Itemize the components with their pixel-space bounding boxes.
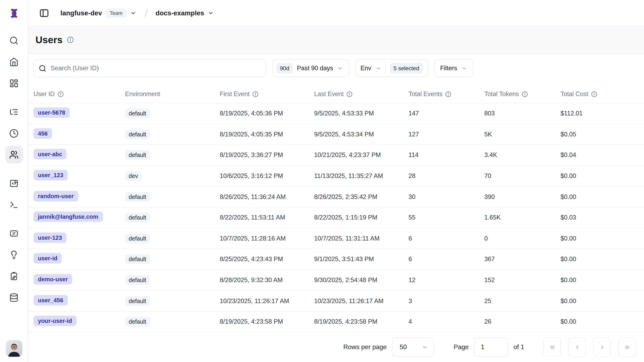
search-input[interactable] <box>50 65 261 72</box>
table-row[interactable]: user-abc default 8/19/2025, 3:36:27 PM 1… <box>28 145 644 166</box>
column-header-total-events[interactable]: Total Events <box>408 90 484 98</box>
environment-cell: default <box>125 192 220 202</box>
user-id-badge[interactable]: random-user <box>34 191 78 201</box>
content-area: 90d Past 90 days Env 5 selected Filters <box>28 54 644 362</box>
user-id-badge[interactable]: jannik@langfuse.com <box>34 212 103 222</box>
user-id-badge[interactable]: user_123 <box>34 170 68 180</box>
chevron-down-icon <box>130 10 136 16</box>
filter-toolbar: 90d Past 90 days Env 5 selected Filters <box>34 59 644 77</box>
total-events-cell: 114 <box>408 152 484 159</box>
previous-page-button[interactable] <box>568 337 586 357</box>
user-id-badge[interactable]: user-5678 <box>34 108 70 118</box>
column-header-total-tokens[interactable]: Total Tokens <box>484 90 560 98</box>
sidebar-item-playground[interactable] <box>5 196 23 213</box>
user-id-badge[interactable]: user-id <box>34 253 62 264</box>
rows-per-page-select[interactable]: 50 <box>392 337 434 357</box>
column-header-first-event[interactable]: First Event <box>220 90 314 98</box>
last-page-button[interactable] <box>618 337 636 357</box>
langfuse-logo[interactable] <box>0 0 28 26</box>
total-tokens-cell: 390 <box>484 193 560 200</box>
column-header-environment[interactable]: Environment <box>125 90 220 98</box>
table-row[interactable]: user-5678 default 8/19/2025, 4:05:36 PM … <box>28 103 644 124</box>
chevron-down-icon <box>375 65 381 71</box>
environment-cell: default <box>125 130 220 139</box>
table-row[interactable]: random-user default 8/26/2025, 11:36:24 … <box>28 187 644 207</box>
rows-per-page-value: 50 <box>400 344 407 351</box>
user-id-cell: random-user <box>34 191 125 203</box>
page-number-input[interactable] <box>474 337 508 357</box>
date-range-button[interactable]: 90d Past 90 days <box>272 59 349 77</box>
sidebar-item-prompts[interactable] <box>5 174 23 192</box>
user-id-badge[interactable]: your-user-id <box>34 315 76 326</box>
info-icon[interactable] <box>522 91 528 97</box>
total-events-cell: 30 <box>408 193 484 200</box>
sidebar-item-users[interactable] <box>5 146 23 163</box>
sidebar-item-sessions[interactable] <box>5 124 23 142</box>
table-row[interactable]: user_123 dev 10/6/2025, 3:16:12 PM 11/13… <box>28 166 644 187</box>
user-id-badge[interactable]: user_456 <box>34 295 68 305</box>
avatar-image <box>6 340 22 357</box>
user-id-badge[interactable]: user-abc <box>34 149 67 160</box>
sidebar-item-tracing[interactable] <box>5 103 23 121</box>
last-event-cell: 10/23/2025, 11:26:17 AM <box>314 297 408 304</box>
last-event-cell: 8/22/2025, 1:15:19 PM <box>314 214 408 221</box>
filters-button[interactable]: Filters <box>434 59 473 77</box>
main-column: langfuse-dev Team docs-examples Users <box>28 0 644 362</box>
total-cost-cell: $0.00 <box>560 318 644 325</box>
info-icon[interactable] <box>346 91 353 97</box>
user-id-badge[interactable]: demo-user <box>34 274 72 284</box>
table-row[interactable]: jannik@langfuse.com default 8/22/2025, 1… <box>28 207 644 228</box>
page-info-icon[interactable] <box>67 36 74 43</box>
user-id-badge[interactable]: 456 <box>34 128 52 139</box>
column-header-user-id[interactable]: User ID <box>34 90 125 98</box>
first-page-button[interactable] <box>543 337 561 357</box>
first-event-cell: 10/6/2025, 3:16:12 PM <box>220 172 314 180</box>
total-tokens-cell: 1.65K <box>484 214 560 221</box>
file-code-icon <box>9 179 18 188</box>
env-filter-button[interactable]: Env 5 selected <box>355 59 428 77</box>
user-id-badge[interactable]: user-123 <box>34 232 66 243</box>
info-icon[interactable] <box>252 91 258 97</box>
info-icon[interactable] <box>446 91 452 97</box>
sidebar-item-dashboards[interactable] <box>5 74 23 92</box>
sidebar-item-datasets[interactable] <box>5 288 23 306</box>
table-row[interactable]: 456 default 8/19/2025, 4:05:35 PM 9/5/20… <box>28 124 644 145</box>
user-id-cell: demo-user <box>34 274 125 286</box>
info-icon[interactable] <box>591 91 597 97</box>
environment-cell: default <box>125 109 220 118</box>
search-icon <box>9 36 18 45</box>
clipboard-pen-icon <box>9 271 18 281</box>
environment-cell: default <box>125 317 220 326</box>
column-header-last-event[interactable]: Last Event <box>314 90 408 98</box>
sidebar-toggle-button[interactable] <box>38 7 50 19</box>
first-event-cell: 10/23/2025, 11:26:17 AM <box>220 297 314 304</box>
info-icon[interactable] <box>58 91 64 97</box>
sidebar-item-home[interactable] <box>5 53 23 71</box>
breadcrumb-project[interactable]: docs-examples <box>156 9 214 17</box>
sidebar-item-annotation[interactable] <box>5 267 23 285</box>
column-label: Total Tokens <box>484 90 519 98</box>
table-row[interactable]: your-user-id default 8/19/2025, 4:23:58 … <box>28 311 644 332</box>
sidebar-item-scores[interactable] <box>5 224 23 242</box>
table-row[interactable]: user-123 default 10/7/2025, 11:28:16 AM … <box>28 228 644 249</box>
breadcrumb-organization[interactable]: langfuse-dev Team <box>60 8 136 18</box>
environment-badge: default <box>125 109 150 118</box>
column-label: User ID <box>34 90 55 98</box>
first-event-cell: 8/25/2025, 4:23:43 PM <box>220 256 314 263</box>
column-header-total-cost[interactable]: Total Cost <box>560 90 644 98</box>
last-event-cell: 9/5/2025, 4:53:34 PM <box>314 131 408 138</box>
next-page-button[interactable] <box>593 337 611 357</box>
chevrons-left-icon <box>549 344 556 351</box>
table-row[interactable]: user-id default 8/25/2025, 4:23:43 PM 9/… <box>28 249 644 270</box>
table-row[interactable]: user_456 default 10/23/2025, 11:26:17 AM… <box>28 291 644 311</box>
sidebar-item-evaluators[interactable] <box>5 246 23 263</box>
total-tokens-cell: 25 <box>484 297 560 304</box>
user-id-cell: jannik@langfuse.com <box>34 212 125 224</box>
first-event-cell: 8/19/2025, 4:05:35 PM <box>220 131 314 138</box>
user-avatar[interactable] <box>6 340 22 357</box>
column-label: Last Event <box>314 90 344 98</box>
table-row[interactable]: demo-user default 8/28/2025, 9:32:30 AM … <box>28 270 644 291</box>
chevron-down-icon <box>422 344 428 350</box>
sidebar-item-search[interactable] <box>5 32 23 49</box>
total-cost-cell: $0.00 <box>560 276 644 284</box>
